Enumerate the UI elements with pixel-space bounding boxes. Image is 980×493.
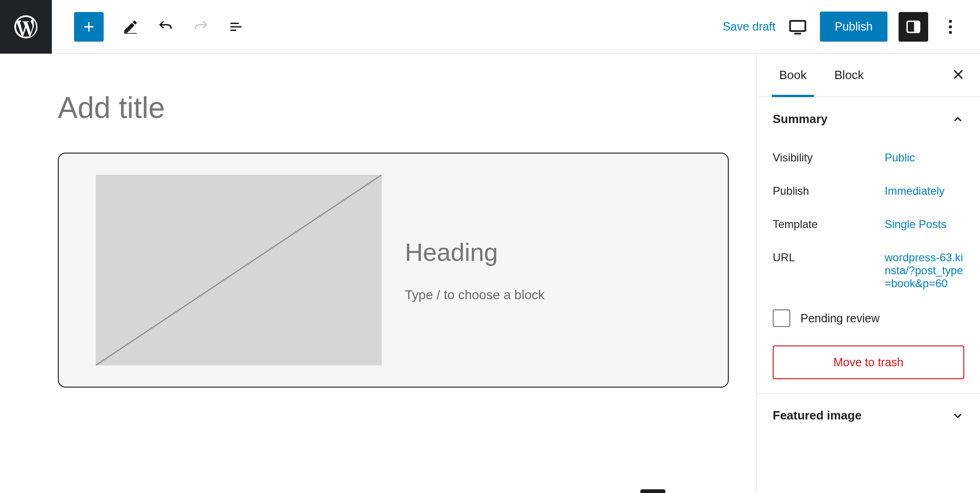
paragraph-placeholder[interactable]: Type / to choose a block — [405, 288, 691, 302]
panel-featured-image-label: Featured image — [773, 408, 862, 423]
publish-label: Publish — [773, 185, 885, 197]
heading-placeholder[interactable]: Heading — [405, 238, 691, 266]
move-to-trash-button[interactable]: Move to trash — [773, 345, 964, 379]
list-icon — [228, 18, 244, 35]
publish-button[interactable]: Publish — [820, 12, 887, 42]
panel-summary-toggle[interactable]: Summary — [757, 97, 980, 141]
pencil-icon — [122, 18, 139, 35]
panel-summary-label: Summary — [773, 112, 828, 126]
block-inserter-button[interactable] — [74, 12, 104, 42]
template-value[interactable]: Single Posts — [885, 218, 964, 231]
close-sidebar-button[interactable] — [951, 68, 965, 83]
visibility-label: Visibility — [773, 151, 885, 164]
chevron-down-icon — [951, 409, 964, 422]
svg-rect-2 — [914, 22, 919, 31]
visibility-value[interactable]: Public — [885, 151, 964, 164]
publish-value[interactable]: Immediately — [885, 185, 964, 197]
edit-tool-button[interactable] — [122, 18, 139, 35]
settings-sidebar: Book Block Summary Visibility Public Pub… — [757, 54, 980, 493]
plus-icon — [81, 19, 97, 35]
panel-featured-image-toggle[interactable]: Featured image — [757, 394, 980, 438]
kebab-icon — [949, 18, 952, 35]
svg-rect-0 — [790, 21, 806, 31]
sidebar-icon — [905, 18, 922, 35]
post-title-input[interactable]: Add title — [58, 91, 729, 125]
svg-point-5 — [949, 31, 952, 34]
tab-book[interactable]: Book — [772, 54, 814, 97]
editor-canvas[interactable]: Add title Heading Type / to choose a blo… — [0, 54, 757, 493]
undo-icon — [157, 18, 174, 35]
svg-point-3 — [949, 19, 952, 23]
undo-button[interactable] — [157, 18, 174, 35]
close-icon — [951, 68, 965, 81]
pending-review-label: Pending review — [800, 312, 880, 325]
url-label: URL — [773, 251, 885, 290]
redo-button — [192, 18, 209, 35]
pending-review-checkbox[interactable] — [773, 309, 790, 327]
redo-icon — [192, 18, 209, 35]
add-block-button[interactable] — [640, 489, 665, 493]
tab-block[interactable]: Block — [827, 54, 871, 97]
template-label: Template — [773, 218, 885, 231]
wordpress-icon — [12, 13, 40, 41]
image-placeholder[interactable] — [96, 175, 382, 365]
desktop-icon — [788, 17, 808, 37]
url-value[interactable]: wordpress-63.kinsta/?post_type=book&p=60 — [885, 251, 964, 290]
chevron-up-icon — [951, 113, 964, 126]
save-draft-button[interactable]: Save draft — [723, 20, 775, 33]
document-overview-button[interactable] — [228, 18, 244, 35]
wordpress-logo[interactable] — [0, 0, 52, 54]
settings-toggle-button[interactable] — [899, 12, 928, 42]
options-button[interactable] — [939, 16, 961, 38]
preview-button[interactable] — [787, 16, 809, 38]
svg-point-4 — [949, 25, 952, 28]
media-text-block[interactable]: Heading Type / to choose a block — [58, 153, 729, 388]
